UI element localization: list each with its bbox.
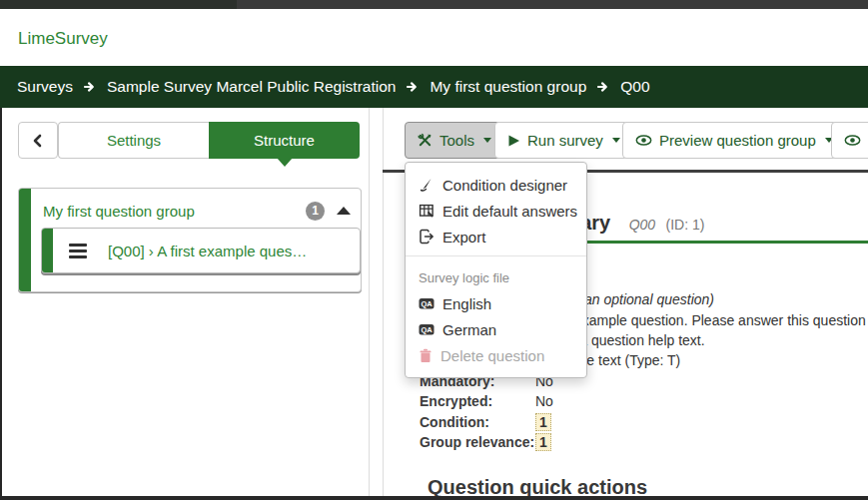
language-qa-badge-icon: QA xyxy=(419,321,434,337)
tools-dropdown-menu: Condition designer Edit default answers … xyxy=(405,162,587,378)
chevron-down-icon xyxy=(483,138,491,143)
breadcrumb: Surveys Sample Survey Marcel Public Regi… xyxy=(0,66,868,108)
logo-bar: LimeSurvey xyxy=(0,9,868,66)
preview-question-group-button[interactable]: Preview question group xyxy=(622,122,846,159)
bottom-edge-strip xyxy=(0,496,868,500)
breadcrumb-survey-title[interactable]: Sample Survey Marcel Public Registration xyxy=(107,78,396,96)
menu-item-logic-german[interactable]: QA German xyxy=(406,316,586,342)
svg-text:QA: QA xyxy=(421,299,433,308)
question-list-item[interactable]: [Q00] › A first example ques… xyxy=(41,228,361,273)
edit-table-icon xyxy=(419,203,434,219)
export-icon xyxy=(419,229,434,245)
table-row-condition: Condition: 1 xyxy=(420,411,868,431)
hammer-wrench-icon xyxy=(418,133,433,148)
triangle-up-icon[interactable] xyxy=(337,207,351,215)
sidebar-collapse-button[interactable] xyxy=(18,122,58,159)
question-count-badge: 1 xyxy=(306,202,325,221)
tab-structure-pointer xyxy=(277,158,293,167)
menu-item-delete-question[interactable]: Delete question xyxy=(406,342,586,368)
question-group-header[interactable]: My first question group 1 xyxy=(43,200,351,222)
language-qa-badge-icon: QA xyxy=(419,295,434,311)
play-icon xyxy=(507,134,520,148)
eye-icon xyxy=(635,134,652,147)
run-survey-button[interactable]: Run survey xyxy=(494,122,633,159)
chevron-left-icon xyxy=(31,133,45,149)
question-id: (ID: 1) xyxy=(666,217,705,233)
menu-section-survey-logic-file: Survey logic file xyxy=(406,262,586,290)
group-relevance-value-highlight: 1 xyxy=(535,433,551,451)
table-row-encrypted: Encrypted: No xyxy=(420,391,868,411)
menu-item-logic-english[interactable]: QA English xyxy=(406,290,586,316)
content-divider xyxy=(383,108,384,496)
tab-settings[interactable]: Settings xyxy=(58,122,209,159)
chevron-down-icon xyxy=(612,138,620,143)
condition-value-highlight: 1 xyxy=(535,413,551,431)
tools-button-label: Tools xyxy=(439,132,474,149)
eye-icon xyxy=(844,134,861,147)
trash-icon xyxy=(419,348,433,363)
condition-designer-icon xyxy=(419,177,434,193)
menu-item-export[interactable]: Export xyxy=(406,224,586,250)
breadcrumb-question-code[interactable]: Q00 xyxy=(620,78,649,96)
tab-settings-label: Settings xyxy=(107,132,161,149)
question-item-accent-strip xyxy=(42,229,53,272)
limesurvey-logo[interactable]: LimeSurvey xyxy=(18,29,108,49)
tab-structure[interactable]: Structure xyxy=(209,122,360,159)
drag-handle-icon[interactable] xyxy=(69,244,87,258)
question-item-label[interactable]: [Q00] › A first example ques… xyxy=(108,243,307,259)
tab-structure-label: Structure xyxy=(254,132,315,149)
tools-button[interactable]: Tools xyxy=(405,122,504,159)
question-group-accent-strip xyxy=(19,189,31,291)
table-row-group-relevance: Group relevance: 1 xyxy=(420,432,868,452)
question-code: Q00 xyxy=(629,217,655,233)
question-group-panel: My first question group 1 [Q00] › A firs… xyxy=(18,188,362,292)
browser-top-strip xyxy=(0,0,868,9)
menu-divider xyxy=(406,255,586,256)
menu-item-edit-default-answers[interactable]: Edit default answers xyxy=(406,198,586,224)
svg-text:QA: QA xyxy=(421,325,433,334)
sidebar-divider xyxy=(369,108,370,496)
preview-question-group-label: Preview question group xyxy=(659,132,816,149)
menu-item-condition-designer[interactable]: Condition designer xyxy=(406,172,586,198)
limesurvey-window: LimeSurvey Surveys Sample Survey Marcel … xyxy=(0,0,868,500)
breadcrumb-arrow-icon xyxy=(596,80,610,94)
breadcrumb-surveys[interactable]: Surveys xyxy=(17,78,73,96)
browser-tab-strip xyxy=(0,0,237,9)
question-group-title[interactable]: My first question group xyxy=(43,203,306,220)
breadcrumb-arrow-icon xyxy=(83,80,97,94)
breadcrumb-question-group[interactable]: My first question group xyxy=(430,78,586,96)
breadcrumb-arrow-icon xyxy=(406,80,420,94)
run-survey-label: Run survey xyxy=(527,132,603,149)
preview-question-button[interactable]: Preview question xyxy=(831,122,868,159)
